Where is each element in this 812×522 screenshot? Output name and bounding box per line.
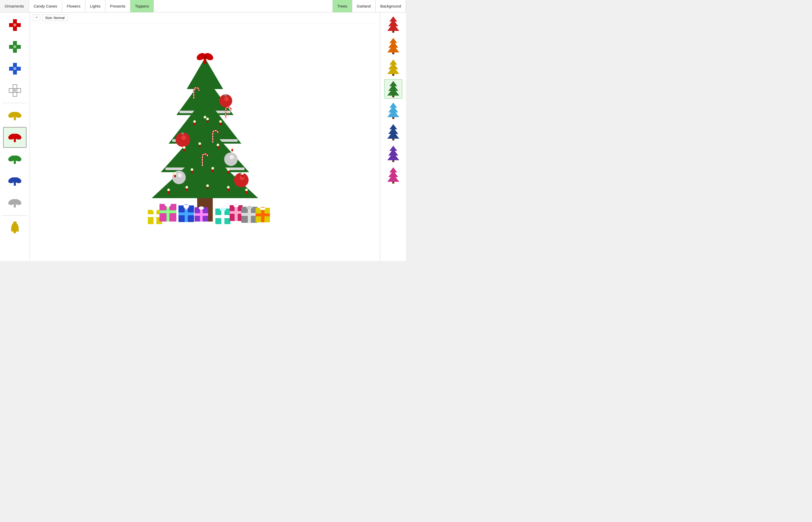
svg-point-14 (13, 114, 17, 117)
right-sidebar-tree-tree-navy[interactable] (384, 122, 402, 142)
svg-point-57 (230, 155, 234, 159)
svg-point-79 (241, 172, 244, 175)
sidebar-divider-1 (2, 103, 27, 103)
main-layout: ^ Size: Normal (0, 13, 406, 261)
svg-rect-23 (14, 160, 16, 164)
right-sidebar-tree-tree-lightblue[interactable] (384, 101, 402, 120)
right-sidebar-tree-tree-yellow[interactable] (384, 58, 402, 77)
svg-point-85 (167, 188, 170, 191)
svg-point-75 (174, 172, 176, 175)
svg-point-68 (198, 142, 201, 145)
svg-marker-156 (387, 88, 399, 96)
svg-point-139 (167, 203, 170, 208)
svg-rect-93 (227, 188, 229, 191)
svg-point-62 (219, 120, 222, 123)
svg-point-135 (260, 207, 265, 210)
sidebar-item-ornament-bell[interactable] (3, 218, 26, 238)
right-sidebar-tree-tree-pink[interactable] (384, 165, 402, 185)
svg-rect-169 (392, 160, 394, 162)
sidebar-divider-2 (2, 215, 27, 216)
svg-rect-173 (392, 182, 394, 184)
svg-rect-114 (195, 213, 208, 216)
sidebar-item-ornament-blue[interactable] (3, 58, 26, 79)
right-sidebar-tree-tree-purple[interactable] (384, 144, 402, 163)
right-sidebar-tree-tree-green[interactable] (384, 79, 402, 99)
svg-rect-72 (199, 145, 200, 147)
svg-rect-119 (215, 215, 231, 218)
svg-point-51 (181, 135, 186, 140)
svg-rect-92 (207, 187, 208, 189)
svg-point-88 (227, 186, 230, 188)
svg-rect-66 (220, 123, 221, 125)
left-tabs: OrnamentsCandy CanesFlowersLightsPresent… (0, 0, 333, 12)
svg-rect-134 (256, 214, 270, 216)
canvas-toolbar: ^ Size: Normal (30, 13, 380, 23)
svg-point-8 (13, 67, 16, 70)
svg-point-56 (224, 153, 238, 166)
svg-point-67 (183, 146, 185, 149)
tab-lights[interactable]: Lights (85, 0, 105, 12)
tab-toppers[interactable]: Toppers (131, 0, 154, 12)
svg-rect-84 (242, 175, 243, 177)
svg-point-115 (199, 206, 204, 209)
svg-point-137 (154, 208, 156, 212)
svg-rect-15 (14, 117, 16, 120)
svg-marker-152 (387, 66, 399, 74)
sidebar-item-bow-red[interactable] (3, 127, 26, 148)
svg-rect-19 (14, 138, 16, 142)
right-sidebar-tree-tree-red[interactable] (384, 15, 402, 34)
top-navigation: OrnamentsCandy CanesFlowersLightsPresent… (0, 0, 406, 13)
svg-point-77 (212, 167, 214, 169)
svg-point-60 (193, 120, 196, 123)
tab-background[interactable]: Background (376, 0, 406, 12)
svg-rect-27 (14, 182, 16, 186)
size-label: Size: Normal (45, 16, 64, 20)
right-sidebar-tree-tree-orange[interactable] (384, 36, 402, 56)
svg-point-87 (206, 184, 209, 187)
svg-rect-65 (207, 120, 208, 123)
svg-point-45 (203, 55, 207, 59)
collapse-icon: ^ (36, 16, 37, 20)
christmas-tree-canvas (114, 45, 296, 240)
tab-ornaments[interactable]: Ornaments (0, 0, 29, 12)
svg-point-22 (13, 157, 17, 161)
sidebar-item-ornament-green[interactable] (3, 36, 26, 57)
svg-rect-31 (14, 204, 16, 207)
svg-rect-32 (13, 222, 17, 223)
svg-marker-172 (387, 174, 399, 182)
svg-rect-165 (392, 139, 394, 140)
svg-point-48 (224, 97, 229, 101)
collapse-button[interactable]: ^ (33, 15, 40, 21)
svg-rect-129 (241, 213, 257, 216)
svg-rect-109 (178, 213, 194, 215)
tab-garland[interactable]: Garland (352, 0, 376, 12)
sidebar-item-bow-yellow[interactable] (3, 105, 26, 126)
tab-presents[interactable]: Presents (105, 0, 131, 12)
tab-trees[interactable]: Trees (333, 0, 352, 12)
svg-rect-64 (194, 123, 195, 125)
svg-point-5 (13, 45, 16, 48)
sidebar-item-ornament-outline[interactable] (3, 80, 26, 101)
canvas-content[interactable] (30, 23, 380, 261)
sidebar-item-bow-green[interactable] (3, 149, 26, 169)
svg-point-89 (245, 188, 248, 191)
svg-rect-153 (392, 74, 394, 76)
svg-rect-52 (182, 133, 184, 135)
svg-point-18 (13, 135, 17, 139)
svg-point-11 (13, 89, 16, 92)
sidebar-item-bow-blue[interactable] (3, 170, 26, 192)
svg-rect-91 (186, 188, 187, 191)
size-button[interactable]: Size: Normal (42, 15, 67, 21)
tab-candy-canes[interactable]: Candy Canes (29, 0, 62, 12)
svg-point-33 (14, 231, 16, 234)
sidebar-item-bow-gray[interactable] (3, 193, 26, 213)
svg-marker-160 (387, 109, 399, 117)
svg-rect-161 (392, 117, 394, 119)
tab-flowers[interactable]: Flowers (62, 0, 85, 12)
sidebar-item-ornament-red[interactable] (3, 15, 26, 35)
svg-point-130 (246, 206, 253, 209)
svg-rect-149 (392, 53, 394, 54)
svg-point-59 (178, 173, 182, 177)
svg-point-61 (206, 118, 209, 120)
svg-rect-73 (217, 146, 219, 149)
